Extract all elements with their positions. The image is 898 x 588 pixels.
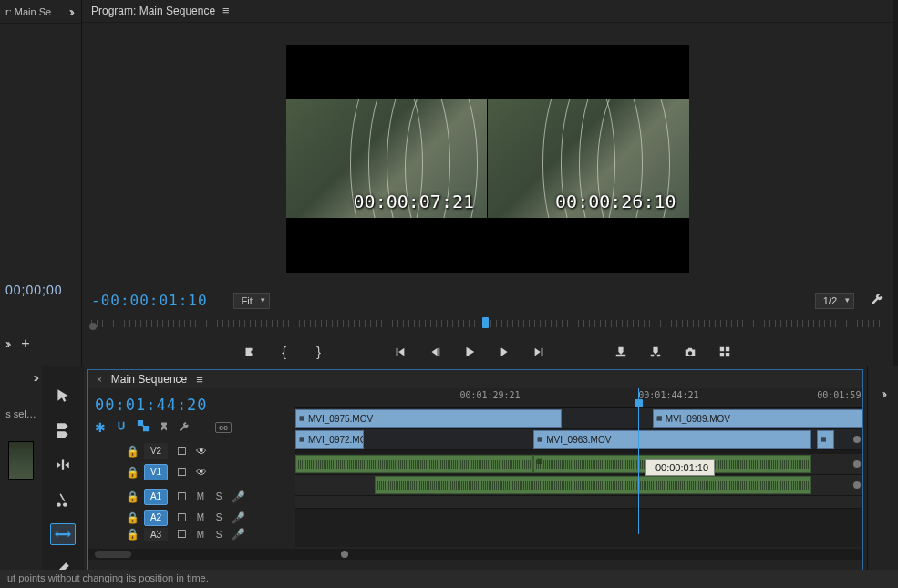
track-v1[interactable]: ▦MVI_0972.MOV▦MVI_0963.MOV▦: [295, 429, 862, 450]
lift-button[interactable]: [614, 346, 629, 358]
project-panel: ›› s sel…: [0, 366, 42, 588]
audio-clip[interactable]: [375, 476, 811, 494]
mute-button[interactable]: M: [195, 491, 206, 501]
voiceover-icon[interactable]: 🎤: [232, 490, 244, 503]
video-clip[interactable]: ▦MVI_0989.MOV: [653, 409, 862, 428]
mute-button[interactable]: M: [195, 512, 206, 522]
zoom-fit-dropdown[interactable]: Fit: [233, 293, 270, 309]
mark-out-button[interactable]: }: [312, 345, 326, 359]
add-panel-button[interactable]: +: [21, 335, 29, 352]
timeline-zoom-scrollbar[interactable]: [88, 549, 862, 560]
program-playhead-knob[interactable]: [482, 317, 489, 328]
play-button[interactable]: [463, 346, 478, 358]
go-to-in-button[interactable]: [394, 346, 408, 358]
eye-icon[interactable]: 👁: [195, 466, 208, 479]
mark-in-button[interactable]: {: [277, 345, 292, 359]
left-clip-timecode: 00:00:07:21: [354, 191, 474, 212]
lock-icon[interactable]: 🔒: [126, 511, 137, 524]
step-back-button[interactable]: [428, 346, 443, 358]
timeline-settings-icon[interactable]: [179, 420, 190, 435]
marker-icon[interactable]: [159, 420, 170, 435]
lock-icon[interactable]: 🔒: [126, 490, 137, 503]
track-scroll-dot: [853, 481, 861, 489]
lock-icon[interactable]: 🔒: [126, 466, 137, 479]
track-header-a3[interactable]: 🔒 A3 ☐ M S 🎤: [95, 528, 288, 541]
source-patch-icon[interactable]: ☐: [175, 490, 188, 503]
track-a2[interactable]: [295, 475, 862, 496]
tools-panel: [42, 366, 84, 588]
razor-tool[interactable]: [50, 489, 76, 511]
lock-icon[interactable]: 🔒: [126, 445, 137, 458]
playback-resolution-dropdown[interactable]: 1/2: [815, 293, 854, 309]
track-label-a2[interactable]: A2: [144, 510, 168, 526]
selection-tool[interactable]: [50, 385, 76, 407]
settings-icon[interactable]: [871, 293, 883, 308]
panel-menu-icon[interactable]: ≡: [222, 4, 230, 17]
source-tab[interactable]: r: Main Se: [5, 6, 51, 17]
solo-button[interactable]: S: [213, 491, 224, 501]
timeline-playhead-timecode[interactable]: 00:01:44:20: [95, 396, 288, 414]
source-patch-icon[interactable]: ☐: [175, 445, 188, 458]
program-position-timecode[interactable]: -00:00:01:10: [91, 292, 208, 309]
linked-selection-icon[interactable]: [137, 419, 150, 435]
track-label-a1[interactable]: A1: [144, 489, 168, 505]
nest-toggle-icon[interactable]: ✱: [95, 420, 106, 435]
timeline-tracks-area[interactable]: 00:01:29:2100:01:44:2100:01:59:2 ▦MVI_09…: [295, 388, 862, 547]
go-to-out-button[interactable]: [532, 346, 547, 358]
scrollbar-handle[interactable]: [341, 551, 348, 558]
right-panel-sliver: ›› S: [867, 366, 898, 588]
snap-toggle-icon[interactable]: [115, 419, 128, 435]
track-label-v1[interactable]: V1: [144, 464, 168, 480]
program-title: Program: Main Sequence: [91, 5, 215, 17]
program-monitor-panel: Program: Main Sequence ≡ 00:00:07:21: [81, 0, 893, 366]
panel-menu-icon[interactable]: ››: [5, 336, 12, 351]
track-header-a2[interactable]: 🔒 A2 ☐ M S 🎤: [95, 507, 288, 528]
source-monitor-panel: r: Main Se ›› 00;00;00 ›› +: [0, 0, 81, 366]
time-ruler[interactable]: 00:01:29:2100:01:44:2100:01:59:2: [295, 388, 862, 408]
step-forward-button[interactable]: [498, 346, 512, 358]
video-clip[interactable]: ▦MVI_0963.MOV: [533, 430, 811, 449]
ripple-edit-tool[interactable]: [50, 454, 76, 476]
collapse-icon[interactable]: ››: [34, 370, 42, 385]
track-select-tool[interactable]: [50, 419, 76, 441]
source-patch-icon[interactable]: ☐: [175, 466, 188, 479]
video-clip[interactable]: ▦MVI_0975.MOV: [295, 409, 562, 428]
bin-thumbnail[interactable]: [8, 441, 34, 480]
track-a1[interactable]: ▦: [295, 454, 862, 475]
track-header-v2[interactable]: 🔒 V2 ☐ 👁: [95, 440, 288, 461]
scrollbar-thumb[interactable]: [95, 551, 131, 558]
status-bar: ut points without changing its position …: [0, 570, 898, 588]
mark-in-icon[interactable]: [243, 346, 257, 358]
solo-button[interactable]: S: [213, 512, 224, 522]
captions-toggle[interactable]: cc: [215, 422, 232, 433]
collapse-icon[interactable]: ››: [69, 5, 76, 19]
eye-icon[interactable]: 👁: [195, 445, 208, 458]
voiceover-icon[interactable]: 🎤: [232, 511, 244, 524]
export-frame-button[interactable]: [684, 346, 698, 358]
transport-controls: { }: [82, 337, 893, 366]
audio-clip[interactable]: [295, 455, 533, 473]
video-clip[interactable]: ▦MVI_0972.MOV: [295, 430, 364, 449]
track-scroll-dot: [853, 436, 861, 443]
track-header-v1[interactable]: 🔒 V1 ☐ 👁: [95, 461, 288, 482]
track-header-a1[interactable]: 🔒 A1 ☐ M S 🎤: [95, 486, 288, 507]
sequence-tab[interactable]: Main Sequence: [111, 373, 187, 386]
button-editor-icon[interactable]: [718, 346, 733, 358]
program-scrub-bar[interactable]: [82, 320, 893, 337]
track-v2[interactable]: ▦MVI_0975.MOV▦MVI_0989.MOV: [295, 408, 862, 429]
source-patch-icon[interactable]: ☐: [175, 511, 188, 524]
lock-icon[interactable]: 🔒: [126, 528, 137, 541]
selection-label: s sel…: [5, 408, 36, 419]
track-label-v2[interactable]: V2: [144, 443, 168, 459]
playhead-line[interactable]: [638, 388, 639, 534]
close-sequence-icon[interactable]: ×: [97, 375, 102, 385]
slip-tool[interactable]: [50, 523, 76, 545]
collapse-icon[interactable]: ››: [882, 387, 884, 401]
track-a3[interactable]: [295, 496, 862, 509]
source-timecode: 00;00;00: [0, 283, 81, 297]
panel-menu-icon[interactable]: ≡: [196, 373, 203, 387]
video-clip[interactable]: ▦: [817, 430, 834, 449]
track-label-a3[interactable]: A3: [144, 528, 168, 541]
timeline-panel: × Main Sequence ≡ 00:01:44:20 ✱ cc: [87, 369, 863, 588]
extract-button[interactable]: [649, 346, 664, 358]
